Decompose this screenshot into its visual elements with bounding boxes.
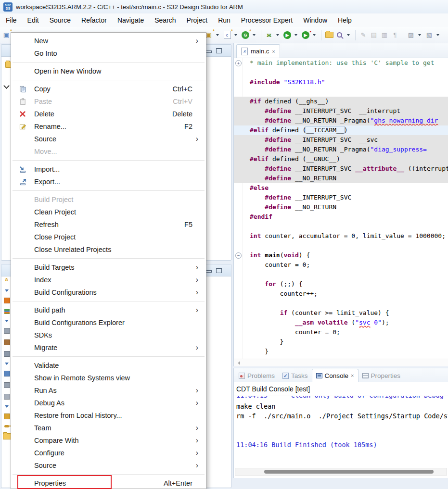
- show-whitespace-icon[interactable]: ¶: [390, 30, 400, 40]
- console-tab-properties[interactable]: Properties: [358, 369, 405, 382]
- menu-item-rename[interactable]: Rename...F2: [11, 120, 206, 133]
- annotation-navigation-icon-dropdown[interactable]: [436, 34, 439, 36]
- menu-item-validate[interactable]: Validate: [11, 359, 206, 372]
- editor-horizontal-scrollbar[interactable]: [234, 359, 448, 366]
- annotation-navigation-icon[interactable]: ▧: [424, 30, 434, 40]
- build-icon[interactable]: G*: [241, 30, 250, 40]
- menu-item-sdks[interactable]: SDKs: [11, 329, 206, 341]
- menu-item-label: New: [34, 37, 48, 45]
- menu-item-refresh[interactable]: RefreshF5: [11, 218, 206, 231]
- component-blue-icon[interactable]: [4, 371, 10, 376]
- menubar-item-run[interactable]: Run: [213, 14, 236, 26]
- menubar-item-edit[interactable]: Edit: [22, 14, 44, 26]
- fold-expand-icon[interactable]: +: [235, 60, 242, 66]
- run-icon[interactable]: ▶: [282, 30, 292, 40]
- menubar-item-search[interactable]: Search: [149, 14, 181, 26]
- console-tab-problems[interactable]: Problems: [235, 369, 279, 382]
- menu-item-copy[interactable]: CopyCtrl+C: [11, 83, 206, 95]
- code-area[interactable]: +* main implementation: use this 'C' sam…: [234, 58, 448, 359]
- component-stack-icon[interactable]: [4, 309, 10, 314]
- menu-item-clean-project[interactable]: Clean Project: [11, 206, 206, 218]
- open-element-icon[interactable]: [324, 30, 334, 40]
- menubar-item-refactor[interactable]: Refactor: [76, 14, 112, 26]
- menu-item-source[interactable]: Source›: [11, 459, 206, 472]
- menubar-item-file[interactable]: File: [0, 14, 22, 26]
- menubar-item-help[interactable]: Help: [333, 14, 357, 26]
- editor-tab-main-c[interactable]: .c main.c ×: [236, 44, 280, 58]
- menu-item-build-targets[interactable]: Build Targets›: [11, 261, 206, 274]
- menu-item-delete[interactable]: DeleteDelete: [11, 108, 206, 120]
- console-tab-tasks[interactable]: ✓Tasks: [279, 369, 312, 382]
- menu-item-run-as[interactable]: Run As›: [11, 384, 206, 397]
- dropdown-arrow-icon[interactable]: [5, 320, 9, 322]
- component-orange-icon[interactable]: [4, 298, 10, 303]
- profile-icon-dropdown[interactable]: [313, 34, 316, 36]
- search-icon-dropdown[interactable]: [347, 34, 350, 36]
- outline-icon[interactable]: ▥: [380, 30, 389, 40]
- menu-item-open-in-new-window[interactable]: Open in New Window: [11, 65, 206, 77]
- tree-expand-chevron-icon[interactable]: [3, 83, 10, 89]
- debug-icon-dropdown[interactable]: [276, 34, 279, 36]
- mark-occurrences-icon[interactable]: ▨: [406, 30, 416, 40]
- scrollbar-thumb[interactable]: [264, 470, 434, 474]
- menu-item-show-in-remote-systems-view[interactable]: Show in Remote Systems view: [11, 372, 206, 384]
- component-gold-icon[interactable]: [4, 414, 10, 419]
- scroll-left-icon[interactable]: [238, 361, 240, 365]
- search-icon[interactable]: [335, 30, 345, 40]
- new-c-file-icon[interactable]: c*: [222, 30, 232, 40]
- menu-item-export[interactable]: Export...: [11, 176, 206, 188]
- maximize-icon[interactable]: [216, 48, 222, 53]
- minimize-icon[interactable]: [206, 50, 212, 53]
- last-edit-location-icon[interactable]: ✎: [358, 30, 368, 40]
- close-icon[interactable]: ×: [272, 49, 275, 54]
- gear-icon[interactable]: [4, 382, 10, 388]
- new-wizard-icon[interactable]: ▣*: [1, 30, 11, 40]
- menu-item-index[interactable]: Index›: [11, 274, 206, 286]
- maximize-icon[interactable]: [216, 268, 222, 273]
- new-c-file-icon-dropdown[interactable]: [234, 34, 237, 36]
- menubar-item-project[interactable]: Project: [181, 14, 213, 26]
- debug-icon[interactable]: ж: [264, 30, 274, 40]
- menu-item-close-project[interactable]: Close Project: [11, 231, 206, 243]
- close-icon[interactable]: ×: [351, 373, 354, 378]
- menu-item-go-into[interactable]: Go Into: [11, 47, 206, 60]
- menu-item-source[interactable]: Source›: [11, 133, 206, 145]
- menu-item-new[interactable]: New›: [11, 35, 206, 47]
- gear-icon[interactable]: [4, 351, 10, 357]
- key-icon[interactable]: [4, 425, 9, 427]
- minimize-icon[interactable]: [206, 270, 212, 273]
- dropdown-arrow-icon[interactable]: [5, 363, 9, 365]
- component-brown-icon[interactable]: [4, 339, 10, 345]
- dropdown-arrow-icon[interactable]: [5, 289, 9, 292]
- menu-item-configure[interactable]: Configure›: [11, 447, 206, 459]
- menubar-item-navigate[interactable]: Navigate: [112, 14, 149, 26]
- collapse-chevrons-icon[interactable]: «: [4, 278, 10, 284]
- menu-item-compare-with[interactable]: Compare With›: [11, 434, 206, 447]
- gear-icon[interactable]: [4, 394, 10, 400]
- link-with-editor-icon[interactable]: ▤: [369, 30, 379, 40]
- console-horizontal-scrollbar[interactable]: [235, 468, 447, 476]
- menubar-item-window[interactable]: Window: [298, 14, 333, 26]
- menubar-item-processor-expert[interactable]: Processor Expert: [236, 14, 298, 26]
- mark-occurrences-icon-dropdown[interactable]: [418, 34, 421, 36]
- menu-item-label: Configure: [34, 449, 64, 457]
- menu-item-build-configurations[interactable]: Build Configurations›: [11, 286, 206, 299]
- dropdown-arrow-icon[interactable]: [5, 405, 9, 408]
- fold-collapse-icon[interactable]: −: [235, 252, 242, 259]
- new-c-wizard-icon-dropdown[interactable]: [216, 34, 219, 36]
- menu-item-restore-from-local-history[interactable]: Restore from Local History...: [11, 409, 206, 422]
- menu-item-build-path[interactable]: Build path›: [11, 304, 206, 316]
- gear-icon[interactable]: [4, 328, 10, 334]
- build-icon-dropdown[interactable]: [253, 34, 256, 36]
- menu-item-import[interactable]: Import...: [11, 163, 206, 176]
- folder-icon[interactable]: [3, 433, 11, 439]
- menu-item-close-unrelated-projects[interactable]: Close Unrelated Projects: [11, 243, 206, 256]
- profile-icon[interactable]: ▶▪: [301, 30, 310, 40]
- run-icon-dropdown[interactable]: [294, 34, 297, 36]
- menu-item-build-configurations-explorer[interactable]: Build Configurations Explorer: [11, 316, 206, 329]
- console-tab-console[interactable]: Console×: [312, 369, 358, 382]
- menubar-item-source[interactable]: Source: [44, 14, 76, 26]
- menu-item-team[interactable]: Team›: [11, 422, 206, 434]
- menu-item-debug-as[interactable]: Debug As›: [11, 397, 206, 409]
- menu-item-migrate[interactable]: Migrate›: [11, 341, 206, 354]
